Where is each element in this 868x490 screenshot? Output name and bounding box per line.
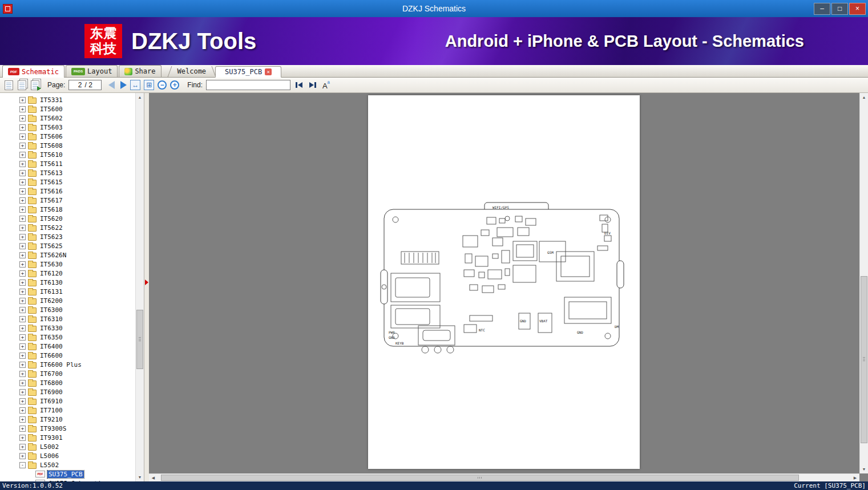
expand-icon[interactable]: + (19, 161, 26, 167)
tree-item-it6600-plus[interactable]: +IT6600 Plus (0, 360, 135, 369)
tab-schematic[interactable]: PDF Schematic (2, 65, 64, 78)
next-page-icon[interactable] (120, 81, 127, 89)
expand-icon[interactable]: + (19, 380, 26, 386)
tree-item-it5610[interactable]: +IT5610 (0, 150, 135, 159)
expand-icon[interactable]: + (19, 179, 26, 185)
expand-icon[interactable]: + (19, 188, 26, 195)
tab-su375-pcb[interactable]: SU375_PCB × (215, 66, 281, 78)
tree-item-it9210[interactable]: +IT9210 (0, 415, 135, 424)
tree-item-it5630[interactable]: +IT5630 (0, 260, 135, 269)
tree-item-it9301[interactable]: +IT9301 (0, 433, 135, 442)
expand-icon[interactable]: + (19, 353, 26, 359)
fit-width-icon[interactable]: ↔ (130, 80, 140, 90)
tree-item-it5626n[interactable]: +IT5626N (0, 250, 135, 260)
tree-item-it6600[interactable]: +IT6600 (0, 351, 135, 360)
viewer-horizontal-scrollbar[interactable]: ◀ ▶ (149, 473, 859, 481)
expand-icon[interactable]: + (19, 289, 26, 295)
tree-item-su375-pcb[interactable]: PDFSU375_PCB (0, 469, 135, 479)
fit-page-icon[interactable]: ⊞ (144, 80, 154, 90)
sidebar-scroll-thumb[interactable] (136, 310, 143, 369)
export-page-icon[interactable] (31, 80, 39, 90)
tree-item-it5602[interactable]: +IT5602 (0, 114, 135, 123)
expand-icon[interactable]: + (19, 444, 26, 450)
viewer-hscroll-track[interactable] (158, 474, 851, 481)
expand-icon[interactable]: + (19, 152, 26, 158)
expand-icon[interactable]: + (19, 407, 26, 414)
tree-item-it9300s[interactable]: +IT9300S (0, 424, 135, 433)
maximize-button[interactable]: □ (831, 3, 848, 15)
expand-icon[interactable]: + (19, 307, 26, 313)
expand-icon[interactable]: + (19, 334, 26, 341)
expand-icon[interactable]: + (19, 453, 26, 459)
tree-item-it5615[interactable]: +IT5615 (0, 177, 135, 187)
tree-item-it5331[interactable]: +IT5331 (0, 95, 135, 104)
expand-icon[interactable]: + (19, 170, 26, 176)
expand-icon[interactable]: + (19, 97, 26, 103)
viewer-scroll-down-icon[interactable]: ▼ (860, 465, 868, 473)
scroll-up-icon[interactable]: ▲ (136, 93, 144, 102)
expand-icon[interactable]: + (19, 398, 26, 404)
find-next-icon[interactable] (308, 80, 318, 90)
tree-item-it6310[interactable]: +IT6310 (0, 314, 135, 323)
tree-item-it5600[interactable]: +IT5600 (0, 104, 135, 114)
tree-item-l5006[interactable]: +L5006 (0, 451, 135, 460)
pdf-viewer[interactable]: WIFI/GPSGSMDIVNTCGNDVBATGNDDMPWRGNDKEYB … (149, 93, 868, 481)
expand-icon[interactable]: + (19, 206, 26, 213)
expand-icon[interactable]: + (19, 261, 26, 268)
expand-icon[interactable]: + (19, 225, 26, 231)
expand-icon[interactable]: + (19, 426, 26, 432)
find-input[interactable] (206, 80, 290, 90)
expand-icon[interactable]: + (19, 197, 26, 204)
tree-item-it5617[interactable]: +IT5617 (0, 196, 135, 205)
viewer-vscroll-track[interactable] (860, 102, 868, 465)
sidebar-scroll-track[interactable] (136, 102, 144, 473)
tree-item-it6120[interactable]: +IT6120 (0, 269, 135, 278)
previous-page-icon[interactable] (108, 81, 115, 89)
expand-icon[interactable]: + (19, 371, 26, 377)
collapse-icon[interactable]: - (19, 462, 26, 468)
viewer-scroll-up-icon[interactable]: ▲ (860, 93, 868, 102)
tree-item-it6330[interactable]: +IT6330 (0, 323, 135, 333)
expand-icon[interactable]: + (19, 243, 26, 249)
expand-icon[interactable]: + (19, 106, 26, 112)
close-button[interactable]: × (849, 3, 866, 15)
tree-item-it5622[interactable]: +IT5622 (0, 223, 135, 232)
match-case-icon[interactable]: Aª (322, 80, 330, 90)
tab-welcome[interactable]: Welcome (168, 66, 216, 77)
find-previous-icon[interactable] (294, 80, 304, 90)
tree-item-it5613[interactable]: +IT5613 (0, 168, 135, 177)
tree-item-it6910[interactable]: +IT6910 (0, 396, 135, 406)
tree-item-it6300[interactable]: +IT6300 (0, 305, 135, 314)
viewer-vertical-scrollbar[interactable]: ▲ ▼ (859, 93, 868, 473)
tree-item-it5616[interactable]: +IT5616 (0, 187, 135, 196)
facing-pages-icon[interactable] (18, 80, 26, 90)
tree-item-su375-schematic[interactable]: PDFSU375_Schematic (0, 479, 135, 481)
expand-icon[interactable]: + (19, 216, 26, 222)
tree-item-it6350[interactable]: +IT6350 (0, 333, 135, 342)
expand-icon[interactable]: + (19, 316, 26, 322)
tree-item-it7100[interactable]: +IT7100 (0, 406, 135, 415)
zoom-in-icon[interactable]: + (170, 80, 179, 90)
sidebar-scrollbar[interactable]: ▲ ▼ (135, 93, 144, 481)
viewer-scroll-right-icon[interactable]: ▶ (851, 474, 859, 481)
expand-icon[interactable]: + (19, 252, 26, 258)
tab-layout[interactable]: PADS Layout (66, 65, 118, 77)
expand-icon[interactable]: + (19, 362, 26, 368)
expand-icon[interactable]: + (19, 124, 26, 131)
tree-item-it5618[interactable]: +IT5618 (0, 205, 135, 214)
viewer-scroll-left-icon[interactable]: ◀ (149, 474, 158, 481)
expand-icon[interactable]: + (19, 270, 26, 277)
viewer-hscroll-thumb[interactable] (161, 475, 799, 481)
tree-item-it6200[interactable]: +IT6200 (0, 296, 135, 305)
tree-item-it5603[interactable]: +IT5603 (0, 123, 135, 132)
tree-item-l5502[interactable]: -L5502 (0, 460, 135, 469)
expand-icon[interactable]: + (19, 325, 26, 331)
tree-item-it6400[interactable]: +IT6400 (0, 342, 135, 351)
expand-icon[interactable]: + (19, 298, 26, 304)
single-page-icon[interactable] (5, 80, 13, 90)
expand-icon[interactable]: + (19, 143, 26, 149)
expand-icon[interactable]: + (19, 389, 26, 395)
tree-item-it5620[interactable]: +IT5620 (0, 214, 135, 223)
tree-item-it6700[interactable]: +IT6700 (0, 369, 135, 378)
zoom-out-icon[interactable]: − (158, 80, 167, 90)
